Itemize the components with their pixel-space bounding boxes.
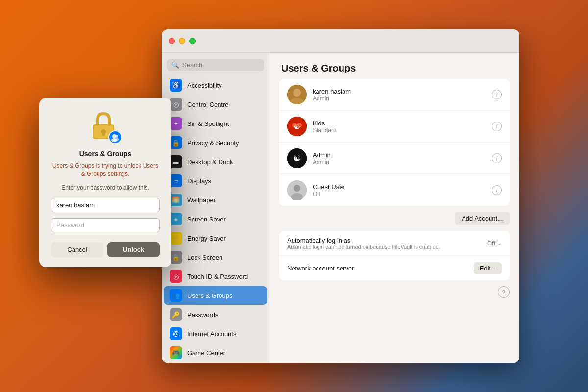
unlock-button[interactable]: Unlock [107,242,160,257]
svg-point-17 [115,135,118,138]
password-field[interactable] [51,218,160,232]
dialog-prompt: Enter your password to allow this. [61,184,149,191]
svg-point-19 [115,138,119,141]
svg-rect-15 [102,132,105,136]
dialog-icon-wrapper [90,112,121,143]
dialog-title: Users & Groups [79,150,132,158]
dialog-buttons: Cancel Unlock [51,242,160,257]
cancel-button[interactable]: Cancel [51,242,103,257]
dialog-body: Users & Groups is trying to unlock Users… [51,162,160,178]
dialog-overlay: Users & Groups Users & Groups is trying … [0,0,588,392]
users-badge [108,130,122,144]
username-field[interactable] [51,198,160,212]
unlock-dialog: Users & Groups Users & Groups is trying … [39,98,172,267]
